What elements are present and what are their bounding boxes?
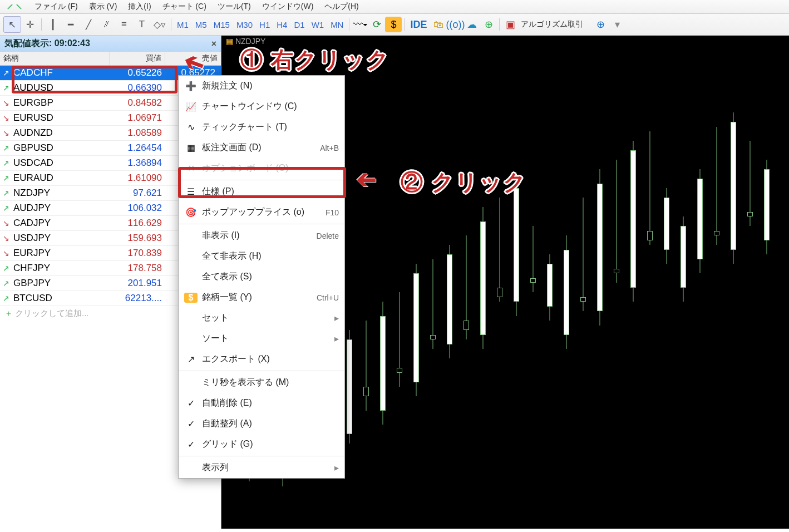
shapes-dropdown-button[interactable]: ◇▿ [151,16,169,33]
menu-item-icon: ↗ [184,354,198,364]
text-tool-button[interactable]: T [133,16,151,33]
timeframe-m5[interactable]: M5 [192,18,210,31]
signals-icon[interactable]: ((o)) [447,17,463,32]
symbol-name: GBPJPY [12,278,110,289]
symbol-name: CHFJPY [12,263,110,274]
timeframe-w1[interactable]: W1 [308,18,328,31]
algo-trading-stop-icon[interactable]: ▣ [502,17,519,32]
direction-arrow-icon: ↗ [0,294,12,303]
symbol-name: NZDJPY [12,188,110,199]
chart-tab[interactable]: ▦ NZDJPY [221,36,270,47]
menu-item-shortcut: Delete [317,231,339,240]
symbol-name: EURJPY [12,248,110,259]
market-watch-title-bar: 気配値表示: 09:02:43 × [0,36,221,52]
chart-style-dropdown[interactable]: 〰▾ [352,17,368,32]
direction-arrow-icon: ↗ [0,144,12,152]
submenu-arrow-icon: ▸ [334,462,339,473]
autotrading-icon[interactable]: ⊕ [480,17,497,32]
menu-item-shortcut: Ctrl+U [317,293,339,302]
menu-file[interactable]: ファイル (F) [34,2,78,12]
context-menu-item[interactable]: ミリ秒を表示する (M) [179,372,344,393]
context-menu-item[interactable]: 自動削除 (E) [179,393,344,413]
menu-item-label: 非表示 (I) [202,230,317,242]
timeframe-h1[interactable]: H1 [256,18,273,31]
market-icon[interactable]: 🛍 [430,17,447,32]
menu-item-label: 自動整列 (A) [202,418,339,430]
direction-arrow-icon: ↗ [0,174,12,183]
vps-icon[interactable]: ☁ [463,17,480,32]
trend-line-button[interactable]: ╱ [80,16,97,33]
ide-button[interactable]: IDE [407,17,430,32]
collapse-icon[interactable]: ▾ [609,17,625,32]
bid-price: 159.693 [110,233,165,244]
bid-price: 1.36894 [110,157,165,169]
direction-arrow-icon: ↗ [0,189,12,198]
header-ask[interactable]: 売値 [165,52,221,65]
timeframe-mn[interactable]: MN [327,18,347,31]
header-bid[interactable]: 買値 [110,52,165,65]
fibo-button[interactable]: ≡ [115,16,133,33]
context-menu-item[interactable]: 非表示 (I)Delete [179,225,344,246]
direction-arrow-icon: ↗ [0,204,12,213]
timeframe-m30[interactable]: M30 [233,18,256,31]
context-menu-item[interactable]: ∿ティックチャート (T) [179,117,344,137]
direction-arrow-icon: ↘ [0,129,12,137]
crosshair-tool-button[interactable]: ✛ [21,16,39,33]
direction-arrow-icon: ↘ [0,249,12,258]
context-menu-item: ✕オプションボード (O) [179,158,344,179]
menu-item-label: ティックチャート (T) [202,121,339,133]
context-menu-item[interactable]: ➕新規注文 (N) [179,76,344,96]
equidistant-channel-button[interactable]: ⫽ [97,16,115,33]
context-menu-item[interactable]: 🎯ポップアッププライス (o)F10 [179,202,344,223]
cursor-tool-button[interactable]: ↖ [3,16,21,33]
context-menu-item[interactable]: 📈チャートウインドウ (C) [179,96,344,117]
menu-item-label: 仕様 (P) [202,186,339,198]
close-icon[interactable]: × [211,39,216,49]
context-menu-item[interactable]: グリッド (G) [179,434,344,455]
timeframe-h4[interactable]: H4 [273,18,290,31]
menu-view[interactable]: 表示 (V) [89,2,117,12]
context-menu-item[interactable]: セット▸ [179,308,344,328]
menu-help[interactable]: ヘルプ(H) [324,2,358,12]
timeframe-m15[interactable]: M15 [210,18,233,31]
app-logo-icon: ⟋⟍ [6,2,23,12]
symbol-name: EURGBP [12,97,110,109]
direction-arrow-icon: ↗ [0,159,12,168]
bid-price: 170.839 [110,248,165,259]
menu-tools[interactable]: ツール(T) [218,2,251,12]
direction-arrow-icon: ↘ [0,114,12,122]
market-watch-title: 気配値表示: 09:02:43 [4,38,90,50]
context-menu-item[interactable]: 自動整列 (A) [179,413,344,434]
context-menu-item[interactable]: ☰仕様 (P) [179,181,344,202]
add-symbol-link[interactable]: ＋クリックして追加... [4,308,89,319]
context-menu-item[interactable]: ソート▸ [179,328,344,349]
menu-window[interactable]: ウインドウ(W) [262,2,314,12]
vertical-line-button[interactable]: ┃ [44,16,62,33]
menu-item-label: 表示列 [202,462,331,474]
menu-item-label: 全て表示 (S) [202,271,339,283]
bid-price: 62213.... [110,293,165,304]
context-menu-item[interactable]: 表示列▸ [179,457,344,478]
timeframe-m1[interactable]: M1 [174,18,192,31]
direction-arrow-icon: ↘ [0,219,12,228]
direction-arrow-icon: ↘ [0,98,12,107]
refresh-icon[interactable]: ⟳ [368,17,385,32]
timeframe-d1[interactable]: D1 [290,18,308,31]
context-menu-item[interactable]: 全て表示 (S) [179,267,344,287]
header-symbol[interactable]: 銘柄 [0,52,110,65]
algo-trading-label[interactable]: アルゴリズム取引 [521,19,583,29]
menu-item-label: 銘柄一覧 (Y) [202,292,317,303]
symbol-list-icon[interactable]: $ [385,17,402,32]
menu-separator [179,371,344,371]
menu-chart[interactable]: チャート (C) [162,2,206,12]
context-menu-item[interactable]: ↗エクスポート (X) [179,349,344,370]
horizontal-line-button[interactable]: ━ [62,16,80,33]
symbol-name: BTCUSD [12,293,110,304]
context-menu-item[interactable]: $銘柄一覧 (Y)Ctrl+U [179,287,344,308]
context-menu-item[interactable]: ▦板注文画面 (D)Alt+B [179,137,344,158]
menu-item-icon: ☰ [184,186,198,197]
symbol-name: USDCAD [12,157,110,169]
menu-insert[interactable]: 挿入(I) [128,2,151,12]
add-button[interactable]: ⊕ [592,17,609,32]
context-menu-item[interactable]: 全て非表示 (H) [179,246,344,267]
